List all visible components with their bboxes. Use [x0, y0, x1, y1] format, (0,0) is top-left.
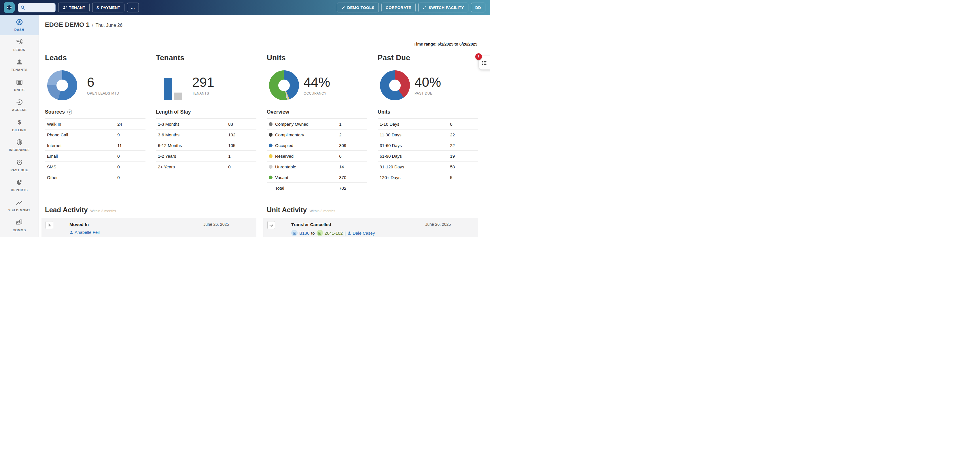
table-row[interactable]: 91-120 Days58 [378, 161, 478, 172]
sidebar-nav: DASHLEADSTENANTSUNITSACCESS$BILLINGINSUR… [0, 15, 39, 237]
row-value: 11 [117, 143, 145, 148]
sidebar-item-reports[interactable]: REPORTS [0, 175, 38, 195]
unit-to-link[interactable]: 2641-102 [325, 231, 343, 236]
lead-activity-subtitle: Within 3 months [91, 209, 116, 213]
insurance-icon [16, 139, 23, 147]
table-row[interactable]: 6-12 Months105 [156, 140, 256, 150]
sidebar-item-label: YIELD MGMT [8, 209, 30, 212]
row-value: 370 [339, 175, 367, 180]
units-donut-chart [269, 70, 299, 101]
unit-from-link[interactable]: B136 [299, 231, 309, 236]
table-row[interactable]: SMS0 [45, 161, 145, 172]
leads-card: Leads 6 OPEN LEADS MTD Sources ? Walk In… [45, 53, 145, 193]
tenant-link[interactable]: Dale Casey [347, 231, 375, 236]
table-row[interactable]: 1-10 Days0 [378, 118, 478, 129]
global-search[interactable] [18, 3, 56, 13]
table-row[interactable]: Phone Call9 [45, 129, 145, 140]
table-row[interactable]: 61-90 Days19 [378, 150, 478, 161]
add-tenant-button[interactable]: TENANT [58, 3, 89, 13]
row-value: 1 [228, 154, 256, 159]
sidebar-item-units[interactable]: UNITS [0, 75, 38, 96]
sidebar-item-comms[interactable]: COMMS [0, 215, 38, 236]
row-value: 105 [228, 143, 256, 148]
demo-tools-label: DEMO TOOLS [347, 5, 374, 10]
app-logo[interactable] [4, 2, 15, 13]
row-label: Other [47, 175, 58, 180]
tenant-link[interactable]: Anabelle Feil [69, 230, 100, 235]
table-row[interactable]: 120+ Days5 [378, 172, 478, 182]
search-icon [21, 5, 25, 10]
row-label: Walk In [47, 122, 61, 126]
payment-button-label: PAYMENT [101, 5, 121, 10]
table-row[interactable]: Walk In24 [45, 118, 145, 129]
table-row[interactable]: 1-2 Years1 [156, 150, 256, 161]
table-row[interactable]: Reserved6 [267, 150, 367, 161]
svg-text:$: $ [18, 119, 21, 125]
logo-icon [5, 3, 13, 11]
sidebar-item-past-due[interactable]: PAST DUE [0, 155, 38, 176]
sidebar-item-insurance[interactable]: INSURANCE [0, 135, 38, 155]
row-value: 83 [228, 122, 256, 126]
sidebar-item-yield-mgmt[interactable]: YIELD MGMT [0, 195, 38, 215]
table-row[interactable]: 11-30 Days22 [378, 129, 478, 140]
switch-facility-button[interactable]: SWITCH FACILITY [418, 3, 468, 13]
switch-facility-label: SWITCH FACILITY [429, 5, 464, 10]
unit-activity-card: June 26, 2025 Transfer Cancelled B136 to [263, 218, 478, 237]
row-value: 19 [450, 154, 478, 159]
corporate-button[interactable]: CORPORATE [382, 3, 416, 13]
table-row[interactable]: Internet11 [45, 140, 145, 150]
search-input[interactable] [27, 5, 53, 10]
more-actions-button[interactable]: ... [127, 3, 138, 13]
table-row[interactable]: Occupied309 [267, 140, 367, 150]
table-row[interactable]: Total702 [267, 182, 367, 193]
table-row[interactable]: 2+ Years0 [156, 161, 256, 172]
legend-dot [269, 165, 272, 169]
table-row[interactable]: Company Owned1 [267, 118, 367, 129]
row-label: 3-6 Months [158, 132, 180, 137]
lead-activity-date: June 26, 2025 [204, 222, 229, 227]
row-label: 1-10 Days [380, 122, 399, 126]
table-row[interactable]: Unrentable14 [267, 161, 367, 172]
demo-tools-button[interactable]: DEMO TOOLS [337, 3, 379, 13]
reports-icon [16, 179, 23, 187]
table-row[interactable]: 3-6 Months102 [156, 129, 256, 140]
billing-icon: $ [16, 119, 23, 127]
table-row[interactable]: 1-3 Months83 [156, 118, 256, 129]
sidebar-item-access[interactable]: ACCESS [0, 95, 38, 115]
table-row[interactable]: Vacant370 [267, 172, 367, 182]
row-label: Complimentary [275, 132, 304, 137]
table-row[interactable]: Email0 [45, 150, 145, 161]
row-value: 22 [450, 143, 478, 148]
row-label: Email [47, 154, 58, 159]
open-leads-value: 6 [87, 75, 119, 89]
row-label: SMS [47, 164, 56, 169]
legend-dot [269, 133, 272, 137]
notifications-flyout-tab[interactable]: ! [479, 56, 490, 70]
unit-activity-section: Unit Activity Within 3 months June 26, 2… [267, 206, 478, 237]
unit-activity-title: Unit Activity [267, 206, 307, 214]
row-label: Vacant [275, 175, 288, 180]
top-bar: TENANT $ PAYMENT ... DEMO TOOLS CORPORAT… [0, 0, 490, 15]
header-separator: / [92, 22, 93, 28]
sidebar-item-dash[interactable]: DASH [0, 15, 38, 35]
row-label: Occupied [275, 143, 293, 148]
tenant-button-label: TENANT [69, 5, 85, 10]
take-payment-button[interactable]: $ PAYMENT [92, 3, 124, 13]
account-button[interactable]: DD [471, 3, 485, 13]
sidebar-item-billing[interactable]: $BILLING [0, 115, 38, 136]
activity-grid: Lead Activity Within 3 months June 26, 2… [45, 206, 478, 237]
sidebar-item-tenants[interactable]: TENANTS [0, 55, 38, 75]
help-icon[interactable]: ? [67, 110, 72, 115]
sidebar-item-leads[interactable]: LEADS [0, 35, 38, 55]
row-label: 11-30 Days [380, 132, 402, 137]
tenants-bar-chart [156, 69, 186, 102]
table-row[interactable]: Complimentary2 [267, 129, 367, 140]
table-row[interactable]: Other0 [45, 172, 145, 182]
row-label: Total [275, 186, 284, 191]
separator-text: | [345, 231, 346, 236]
person-icon [69, 230, 73, 234]
row-value: 5 [450, 175, 478, 180]
list-icon [482, 60, 487, 66]
sources-subheader: Sources [45, 109, 65, 115]
table-row[interactable]: 31-60 Days22 [378, 140, 478, 150]
